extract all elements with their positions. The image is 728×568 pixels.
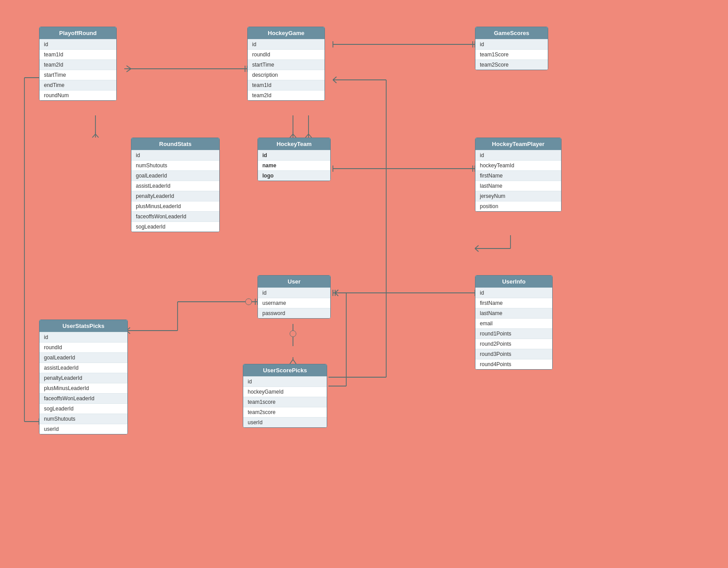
table-row: plusMinusLeaderId <box>131 201 219 211</box>
table-row: firstName <box>475 298 552 308</box>
table-row: description <box>248 70 324 80</box>
table-header-playoffround: PlayoffRound <box>40 27 116 39</box>
table-row: roundId <box>40 342 127 352</box>
table-row: team1score <box>243 397 327 407</box>
table-row: firstName <box>475 170 561 181</box>
svg-line-16 <box>293 134 296 138</box>
table-row: username <box>258 298 330 308</box>
table-row: roundId <box>248 49 324 59</box>
table-row: team1Id <box>40 49 116 59</box>
table-header-user: User <box>258 276 330 288</box>
table-row: jerseyNum <box>475 191 561 201</box>
table-roundstats: RoundStatsidnumShutoutsgoalLeaderIdassis… <box>131 138 220 232</box>
table-row: id <box>248 39 324 49</box>
table-row: penaltyLeaderId <box>40 373 127 383</box>
table-row: round1Points <box>475 328 552 339</box>
svg-line-40 <box>290 359 293 364</box>
svg-line-51 <box>333 80 336 83</box>
table-row: round4Points <box>475 359 552 369</box>
table-row: id <box>475 288 552 298</box>
table-row: endTime <box>40 80 116 90</box>
table-header-hockeygame: HockeyGame <box>248 27 324 39</box>
table-row: faceoffsWonLeaderId <box>131 211 219 221</box>
table-row: startTime <box>248 59 324 70</box>
table-row: lastName <box>475 308 552 318</box>
table-userinfo: UserInfoidfirstNamelastNameemailround1Po… <box>475 275 553 370</box>
table-row: id <box>131 150 219 160</box>
table-row: userId <box>40 424 127 434</box>
table-row: id <box>258 150 330 160</box>
table-hockeygame: HockeyGameidroundIdstartTimedescriptiont… <box>247 27 325 101</box>
table-userstatspicks: UserStatsPicksidroundIdgoalLeaderIdassis… <box>39 320 128 434</box>
svg-line-11 <box>92 134 95 138</box>
table-header-roundstats: RoundStats <box>131 138 219 150</box>
table-row: email <box>475 318 552 328</box>
table-header-hockeyteamplayer: HockeyTeamPlayer <box>475 138 561 150</box>
svg-line-1 <box>127 66 131 69</box>
table-row: roundNum <box>40 90 116 100</box>
table-row: id <box>475 39 548 49</box>
table-row: id <box>475 150 561 160</box>
table-row: id <box>258 288 330 298</box>
table-row: round2Points <box>475 339 552 349</box>
table-row: numShutouts <box>131 160 219 170</box>
table-header-gamescores: GameScores <box>475 27 548 39</box>
table-header-hockeyteam: HockeyTeam <box>258 138 330 150</box>
table-header-userstatspicks: UserStatsPicks <box>40 320 127 332</box>
table-row: sogLeaderId <box>131 221 219 232</box>
table-hockeyteam: HockeyTeamidnamelogo <box>257 138 331 181</box>
table-row: team1Score <box>475 49 548 59</box>
table-row: round3Points <box>475 349 552 359</box>
table-playoffround: PlayoffRoundidteam1Idteam2IdstartTimeend… <box>39 27 117 101</box>
table-row: team2Id <box>40 59 116 70</box>
table-gamescores: GameScoresidteam1Scoreteam2Score <box>475 27 548 70</box>
svg-line-56 <box>335 293 338 296</box>
svg-line-12 <box>95 134 99 138</box>
svg-point-39 <box>290 331 296 337</box>
table-row: sogLeaderId <box>40 403 127 414</box>
svg-line-55 <box>335 290 338 293</box>
table-row: logo <box>258 170 330 181</box>
table-row: goalLeaderId <box>40 352 127 363</box>
table-header-userscorepicks: UserScorePicks <box>243 364 327 376</box>
svg-point-32 <box>245 299 252 305</box>
table-row: penaltyLeaderId <box>131 191 219 201</box>
table-row: goalLeaderId <box>131 170 219 181</box>
svg-line-15 <box>290 134 293 138</box>
table-row: lastName <box>475 181 561 191</box>
table-row: id <box>40 39 116 49</box>
table-row: team1Id <box>248 80 324 90</box>
table-header-userinfo: UserInfo <box>475 276 552 288</box>
table-userscorepicks: UserScorePicksidhockeyGameIdteam1scorete… <box>243 364 327 428</box>
table-row: startTime <box>40 70 116 80</box>
table-row: faceoffsWonLeaderId <box>40 393 127 403</box>
table-row: plusMinusLeaderId <box>40 383 127 393</box>
svg-line-2 <box>127 69 131 72</box>
table-row: userId <box>243 417 327 427</box>
svg-line-19 <box>305 134 309 138</box>
diagram-container: PlayoffRoundidteam1Idteam2IdstartTimeend… <box>0 0 728 568</box>
svg-line-28 <box>475 248 479 252</box>
table-row: password <box>258 308 330 318</box>
table-hockeyteamplayer: HockeyTeamPlayeridhockeyTeamIdfirstNamel… <box>475 138 562 212</box>
table-row: id <box>243 376 327 387</box>
table-row: numShutouts <box>40 414 127 424</box>
svg-line-50 <box>333 77 336 80</box>
table-row: id <box>40 332 127 342</box>
svg-line-20 <box>309 134 312 138</box>
table-row: assistLeaderId <box>40 363 127 373</box>
table-row: position <box>475 201 561 211</box>
table-row: name <box>258 160 330 170</box>
table-row: team2score <box>243 407 327 417</box>
svg-line-41 <box>293 359 296 364</box>
table-row: hockeyTeamId <box>475 160 561 170</box>
table-row: team2Id <box>248 90 324 100</box>
table-row: assistLeaderId <box>131 181 219 191</box>
table-row: team2Score <box>475 59 548 70</box>
table-row: hockeyGameId <box>243 387 327 397</box>
table-user: Useridusernamepassword <box>257 275 331 319</box>
svg-line-27 <box>475 245 479 248</box>
